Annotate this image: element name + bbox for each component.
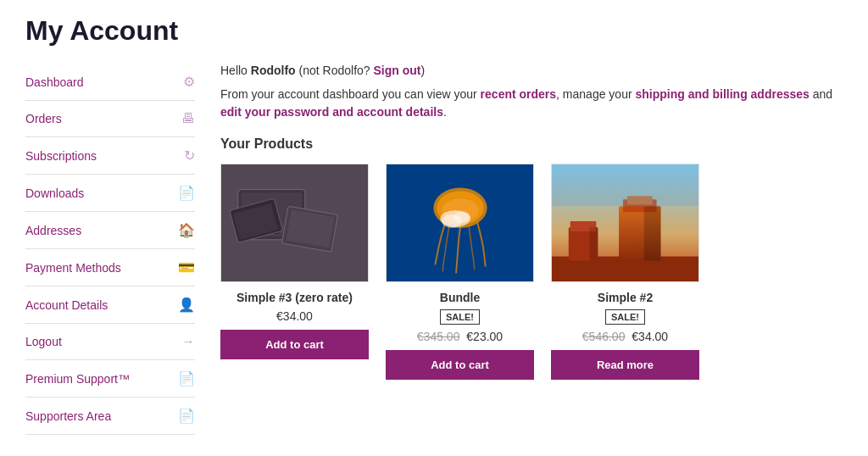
password-account-link[interactable]: edit your password and account details xyxy=(220,105,443,119)
sidebar-label-downloads: Downloads xyxy=(25,186,178,200)
sidebar-label-orders: Orders xyxy=(25,112,181,125)
sale-badge-simple2: SALE! xyxy=(605,309,645,325)
add-to-cart-simple3[interactable]: Add to cart xyxy=(220,330,369,359)
sale-price-bundle: €23.00 xyxy=(466,330,503,343)
page-title: My Account xyxy=(25,15,843,47)
subscriptions-icon: ↻ xyxy=(184,147,195,164)
product-price-simple2: €546.00 €34.00 xyxy=(551,330,699,343)
supporters-icon: 📄 xyxy=(178,408,195,424)
sidebar-item-premium-support[interactable]: Premium Support™ 📄 xyxy=(25,360,195,398)
sidebar-item-logout[interactable]: Logout → xyxy=(25,324,195,360)
orders-icon: 🖶 xyxy=(181,111,195,126)
recent-orders-link[interactable]: recent orders xyxy=(481,87,556,101)
sidebar-item-addresses[interactable]: Addresses 🏠 xyxy=(25,212,195,249)
product-card-bundle: Bundle SALE! €345.00 €23.00 Add to cart xyxy=(386,164,534,380)
sidebar-label-dashboard: Dashboard xyxy=(25,75,183,89)
username: Rodolfo xyxy=(251,64,296,77)
product-image-simple3 xyxy=(220,164,369,282)
sidebar-label-supporters-area: Supporters Area xyxy=(25,409,178,423)
jellyfish-svg xyxy=(387,164,533,282)
sidebar-item-dashboard[interactable]: Dashboard ⚙ xyxy=(25,64,195,101)
sidebar: Dashboard ⚙ Orders 🖶 Subscriptions ↻ Dow… xyxy=(25,64,195,435)
downloads-icon: 📄 xyxy=(178,185,195,201)
shipping-billing-link[interactable]: shipping and billing addresses xyxy=(635,87,809,101)
sale-price-simple2: €34.00 xyxy=(632,330,668,343)
desert-svg xyxy=(552,164,698,282)
add-to-cart-bundle[interactable]: Add to cart xyxy=(386,350,534,380)
product-image-bundle xyxy=(386,164,534,282)
sidebar-item-account-details[interactable]: Account Details 👤 xyxy=(25,286,195,324)
sidebar-label-payment-methods: Payment Methods xyxy=(25,261,178,275)
svg-rect-23 xyxy=(644,206,661,260)
sale-badge-bundle: SALE! xyxy=(440,309,480,325)
products-grid: Simple #3 (zero rate) €34.00 Add to cart xyxy=(220,164,843,380)
greeting-close: ) xyxy=(421,64,426,77)
original-price-simple2: €546.00 xyxy=(582,330,626,343)
main-content: Hello Rodolfo (not Rodolfo? Sign out) Fr… xyxy=(220,64,843,435)
sidebar-label-addresses: Addresses xyxy=(25,224,178,237)
product-name-bundle: Bundle xyxy=(386,291,534,304)
sidebar-item-supporters-area[interactable]: Supporters Area 📄 xyxy=(25,398,195,435)
product-price-simple3: €34.00 xyxy=(220,309,369,323)
payment-icon: 💳 xyxy=(178,259,195,275)
dashboard-description: From your account dashboard you can view… xyxy=(220,86,843,121)
sidebar-item-subscriptions[interactable]: Subscriptions ↻ xyxy=(25,137,195,175)
sidebar-label-account-details: Account Details xyxy=(25,298,178,312)
sidebar-item-payment-methods[interactable]: Payment Methods 💳 xyxy=(25,249,195,286)
svg-point-15 xyxy=(453,211,470,223)
svg-rect-24 xyxy=(589,227,598,261)
sidebar-item-orders[interactable]: Orders 🖶 xyxy=(25,101,195,137)
product-price-bundle: €345.00 €23.00 xyxy=(386,330,534,343)
greeting-text: Hello Rodolfo (not Rodolfo? Sign out) xyxy=(220,64,843,77)
svg-rect-8 xyxy=(221,164,368,281)
product-image-simple2 xyxy=(551,164,699,282)
logout-icon: → xyxy=(181,334,195,349)
sign-out-link[interactable]: Sign out xyxy=(374,64,421,77)
dashboard-icon: ⚙ xyxy=(183,74,195,90)
sidebar-item-downloads[interactable]: Downloads 📄 xyxy=(25,175,195,212)
sidebar-label-premium-support: Premium Support™ xyxy=(25,372,178,386)
tablets-svg xyxy=(221,164,368,282)
svg-rect-25 xyxy=(552,164,698,206)
sidebar-label-logout: Logout xyxy=(25,335,181,348)
product-name-simple2: Simple #2 xyxy=(551,291,699,304)
greeting-not-you: (not Rodolfo? xyxy=(296,64,374,77)
read-more-simple2[interactable]: Read more xyxy=(551,350,699,380)
original-price-bundle: €345.00 xyxy=(417,330,460,343)
product-name-simple3: Simple #3 (zero rate) xyxy=(220,291,369,304)
premium-icon: 📄 xyxy=(178,370,195,386)
products-section-title: Your Products xyxy=(220,136,843,152)
greeting-hello: Hello xyxy=(220,64,251,77)
product-card-simple2: Simple #2 SALE! €546.00 €34.00 Read more xyxy=(551,164,699,380)
account-icon: 👤 xyxy=(178,297,195,313)
sidebar-label-subscriptions: Subscriptions xyxy=(25,149,184,163)
addresses-icon: 🏠 xyxy=(178,222,195,238)
product-card-simple3: Simple #3 (zero rate) €34.00 Add to cart xyxy=(220,164,369,380)
